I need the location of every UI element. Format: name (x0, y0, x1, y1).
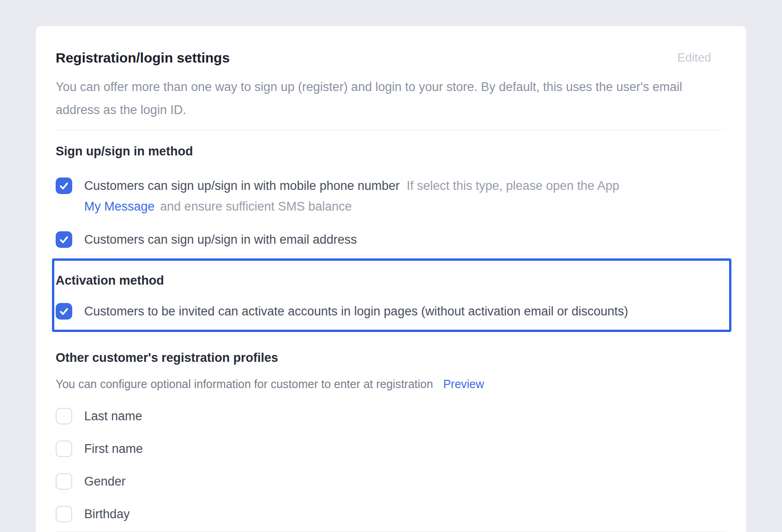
activation-method-heading: Activation method (56, 273, 720, 288)
checkbox-label-activation: Customers to be invited can activate acc… (84, 304, 628, 318)
checkbox-activation-login-pages[interactable] (56, 303, 72, 320)
checkbox-label-first-name: First name (84, 442, 143, 456)
my-message-link[interactable]: My Message (84, 200, 155, 213)
activation-method-highlight-box: Activation method Customers to be invite… (52, 258, 731, 332)
check-icon (58, 234, 69, 245)
checkbox-row-gender: Gender (56, 473, 726, 490)
checkbox-email-signin[interactable] (56, 231, 72, 248)
sms-balance-hint-text: and ensure sufficient SMS balance (160, 200, 352, 213)
check-icon (58, 180, 69, 191)
checkbox-label-mobile: Customers can sign up/sign in with mobil… (84, 179, 400, 193)
checkbox-row-activation: Customers to be invited can activate acc… (56, 303, 720, 320)
registration-profiles-description: You can configure optional information f… (56, 377, 726, 391)
checkbox-row-first-name: First name (56, 440, 726, 457)
checkbox-row-mobile-signin: Customers can sign up/sign in with mobil… (56, 177, 726, 215)
checkbox-mobile-signin[interactable] (56, 177, 72, 194)
settings-card: Registration/login settings Edited You c… (36, 26, 746, 532)
checkbox-label-gender: Gender (84, 475, 126, 488)
registration-profiles-heading: Other customer's registration profiles (56, 350, 726, 366)
card-header: Registration/login settings Edited (56, 50, 726, 66)
signup-method-heading: Sign up/sign in method (56, 143, 726, 159)
checkbox-row-birthday: Birthday (56, 506, 726, 522)
checkbox-first-name[interactable] (56, 440, 72, 457)
profiles-description-text: You can configure optional information f… (56, 378, 433, 390)
divider (56, 256, 726, 256)
mobile-hint-text: If select this type, please open the App (407, 179, 619, 193)
divider (56, 130, 726, 130)
checkbox-row-last-name: Last name (56, 408, 726, 424)
checkbox-label-birthday: Birthday (84, 507, 130, 521)
checkbox-label-last-name: Last name (84, 409, 142, 423)
checkbox-gender[interactable] (56, 473, 72, 490)
checkbox-birthday[interactable] (56, 506, 72, 522)
checkbox-row-email-signin: Customers can sign up/sign in with email… (56, 231, 726, 248)
page-title: Registration/login settings (56, 50, 230, 66)
edited-status-badge: Edited (677, 50, 711, 65)
card-description: You can offer more than one way to sign … (56, 75, 695, 121)
check-icon (58, 306, 69, 317)
preview-link[interactable]: Preview (443, 378, 484, 390)
checkbox-label-email: Customers can sign up/sign in with email… (84, 233, 357, 246)
checkbox-last-name[interactable] (56, 408, 72, 424)
